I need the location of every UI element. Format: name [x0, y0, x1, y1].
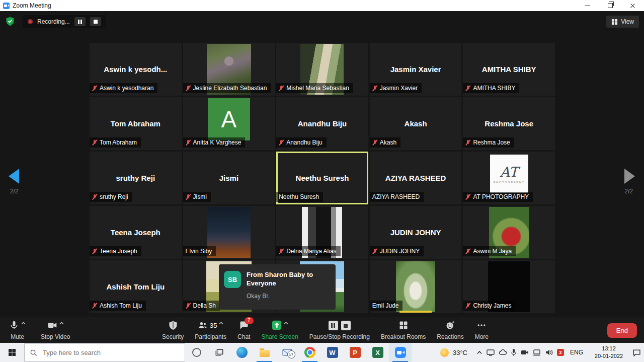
pause-stop-recording-button[interactable]: Pause/Stop Recording	[307, 319, 372, 341]
volume-icon[interactable]	[545, 349, 553, 356]
mail-count-badge: 17	[287, 350, 295, 358]
participant-tile[interactable]: Anandhu Biju Anandhu Biju	[276, 97, 368, 150]
participant-tile[interactable]: Reshma Jose Reshma Jose	[463, 97, 555, 150]
next-page-arrow[interactable]	[624, 169, 635, 184]
tray-camera-icon[interactable]	[521, 349, 529, 355]
muted-mic-icon	[92, 139, 97, 146]
end-meeting-button[interactable]: End	[607, 323, 637, 338]
recording-label: Recording...	[37, 18, 70, 25]
participant-tile[interactable]: Christy James	[463, 260, 555, 313]
audio-activity-bar	[399, 311, 432, 313]
mail-button[interactable]: 17	[276, 343, 298, 362]
tray-mic-icon[interactable]	[511, 348, 517, 356]
clock[interactable]: 13:12 20-01-2022	[592, 345, 625, 360]
minimize-button[interactable]	[576, 0, 599, 11]
chat-notification-popup[interactable]: SB From Sharon Baby to Everyone Okay Br.	[219, 264, 336, 310]
participant-tile[interactable]: Jasmin Xavier Jasmin Xavier	[370, 43, 462, 96]
mute-button[interactable]: Mute	[7, 319, 28, 341]
cortana-button[interactable]	[185, 343, 208, 362]
participant-tile[interactable]: Elvin Siby	[183, 206, 275, 259]
edge-button[interactable]	[230, 343, 253, 362]
participant-tile[interactable]: Jesline Elizabath Sebastian	[183, 43, 275, 96]
tray-expand-icon[interactable]	[476, 350, 482, 354]
start-button[interactable]	[0, 343, 24, 362]
chevron-up-icon[interactable]	[219, 322, 223, 325]
word-button[interactable]: W	[321, 343, 344, 362]
muted-mic-icon	[465, 248, 470, 254]
stop-video-button[interactable]: Stop Video	[39, 319, 72, 341]
participant-tile[interactable]: Teena Joseph Teena Joseph	[90, 206, 182, 259]
zoom-taskbar-button[interactable]	[389, 343, 412, 362]
participants-count: 35	[210, 322, 217, 329]
stop-recording-icon[interactable]	[341, 321, 351, 330]
search-input[interactable]	[42, 348, 170, 357]
participant-tile[interactable]: Delna Mariya Alias	[276, 206, 368, 259]
view-button[interactable]: View	[606, 16, 639, 28]
muted-mic-icon	[92, 248, 97, 254]
chat-popup-title: From Sharon Baby to Everyone	[247, 271, 331, 288]
participant-label: sruthy Reji	[90, 192, 132, 202]
restore-button[interactable]	[599, 0, 621, 11]
participant-tile[interactable]: Emil Jude	[370, 260, 462, 313]
pause-recording-icon[interactable]	[329, 321, 338, 330]
chevron-up-icon[interactable]	[284, 322, 288, 325]
participant-tile[interactable]: Akash Akash	[370, 97, 462, 150]
stop-recording-button[interactable]	[90, 17, 101, 26]
breakout-rooms-button[interactable]: Breakout Rooms	[379, 319, 428, 341]
reactions-button[interactable]: Reactions	[435, 319, 465, 341]
participants-button[interactable]: 35 Participants	[193, 319, 228, 341]
participant-tile[interactable]: sruthy Reji sruthy Reji	[90, 152, 182, 204]
chrome-button[interactable]	[298, 343, 321, 362]
more-button[interactable]: More	[473, 319, 491, 341]
language-indicator[interactable]: ENG	[570, 349, 583, 356]
chevron-up-icon[interactable]	[59, 322, 64, 325]
muted-mic-icon	[279, 85, 284, 91]
security-shield-icon[interactable]	[5, 16, 15, 26]
participant-tile[interactable]: AZIYA RASHEED AZIYA RASHEED	[370, 152, 462, 204]
participant-label: Aswin k yesodharan	[90, 83, 157, 93]
participant-tile[interactable]: AT PHOTOGRAPHY AT PHOTOGRAPHY	[463, 152, 555, 204]
task-view-icon	[215, 348, 224, 357]
muted-mic-icon	[186, 194, 191, 200]
participant-tile[interactable]: Aswini M Jaya	[463, 206, 555, 259]
task-view-button[interactable]	[208, 343, 230, 362]
participant-tile[interactable]: AMITHA SHIBY AMITHA SHIBY	[463, 43, 555, 96]
muted-mic-icon	[372, 139, 377, 146]
participant-label: Delna Mariya Alias	[276, 246, 340, 256]
tray-app-badge[interactable]: 2	[557, 349, 564, 356]
meeting-area: Recording... View 2/2 2/2 Aswin k yesodh…	[0, 11, 644, 317]
participant-tile[interactable]: A Anitta K Varghese	[183, 97, 275, 150]
share-screen-button[interactable]: Share Screen	[259, 319, 300, 341]
participant-tile-active-speaker[interactable]: Neethu Suresh Neethu Suresh	[276, 152, 368, 204]
muted-mic-icon	[465, 303, 470, 309]
more-dots-icon	[476, 320, 487, 330]
excel-button[interactable]: X	[366, 343, 389, 362]
previous-page-arrow[interactable]	[9, 169, 19, 184]
participant-tile[interactable]: Aswin k yesodh... Aswin k yesodharan	[90, 43, 182, 96]
recording-indicator: Recording...	[23, 15, 106, 28]
close-button[interactable]	[621, 0, 644, 11]
participant-tile[interactable]: Jismi Jismi	[183, 152, 275, 204]
display-icon[interactable]	[487, 349, 495, 356]
participant-tile[interactable]: JUDIN JOHNY JUDIN JOHNY	[370, 206, 462, 259]
action-center-icon[interactable]	[632, 349, 641, 356]
muted-mic-icon	[465, 194, 470, 200]
network-icon[interactable]	[533, 349, 541, 356]
chevron-up-icon[interactable]	[21, 322, 26, 325]
participant-tile[interactable]: Mishel Maria Sebastian	[276, 43, 368, 96]
participant-label: JUDIN JOHNY	[370, 246, 424, 256]
muted-mic-icon	[279, 139, 284, 146]
pause-recording-button[interactable]	[74, 17, 86, 26]
participant-tile[interactable]: Tom Abraham Tom Abraham	[90, 97, 182, 150]
taskbar-search[interactable]	[24, 343, 185, 361]
participant-tile[interactable]: Ashish Tom Liju Ashish Tom Liju	[90, 260, 182, 313]
temperature: 33°C	[453, 349, 467, 356]
security-button[interactable]: Security	[160, 319, 186, 341]
onedrive-cloud-icon[interactable]	[499, 349, 507, 355]
powerpoint-button[interactable]: P	[344, 343, 366, 362]
chat-button[interactable]: 7 Chat	[235, 319, 252, 341]
reactions-smiley-icon	[445, 320, 455, 330]
file-explorer-button[interactable]	[253, 343, 276, 362]
excel-icon: X	[372, 347, 383, 358]
weather-widget[interactable]: 33°C	[440, 348, 467, 357]
